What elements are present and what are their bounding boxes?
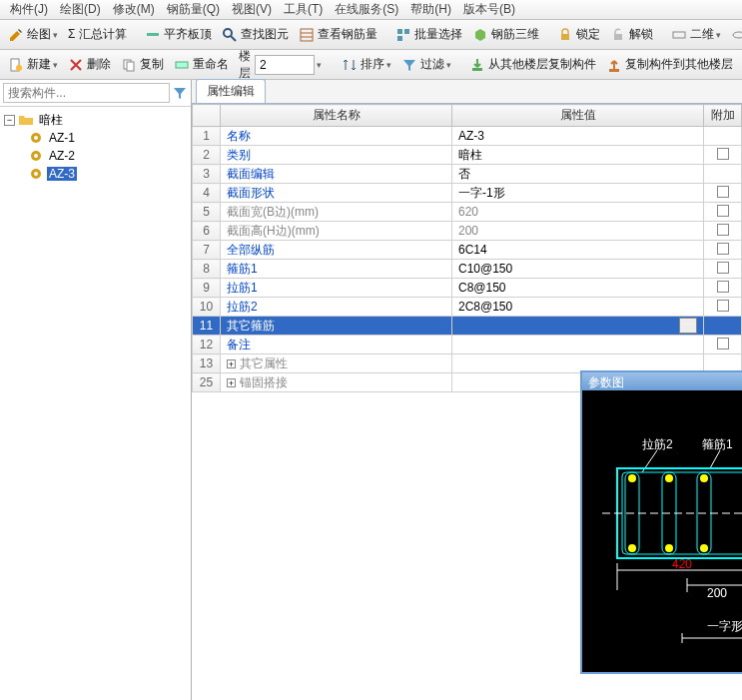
property-name-cell[interactable]: +锚固搭接 xyxy=(221,373,452,392)
unlock-button[interactable]: 解锁 xyxy=(606,24,657,45)
property-name-cell[interactable]: 箍筋1 xyxy=(221,260,452,279)
property-name-cell[interactable]: 名称 xyxy=(221,127,452,146)
property-value-cell[interactable]: ⋯ xyxy=(452,317,704,336)
property-value-cell[interactable]: 200 xyxy=(452,222,704,241)
table-row[interactable]: 7全部纵筋6C14 xyxy=(193,241,742,260)
property-name-cell[interactable]: 截面形状 xyxy=(221,184,452,203)
flat-top-button[interactable]: 平齐板顶 xyxy=(141,24,216,45)
property-name-cell[interactable]: 截面高(H边)(mm) xyxy=(221,222,452,241)
col-header-name[interactable]: 属性名称 xyxy=(221,105,452,127)
checkbox[interactable] xyxy=(717,224,729,236)
additional-checkbox-cell[interactable] xyxy=(704,184,742,203)
additional-checkbox-cell[interactable] xyxy=(704,279,742,298)
col-header-value[interactable]: 属性值 xyxy=(452,105,704,127)
property-name-cell[interactable]: 类别 xyxy=(221,146,452,165)
rename-button[interactable]: 重命名 xyxy=(170,54,233,75)
sum-button[interactable]: Σ 汇总计算 xyxy=(64,24,131,45)
additional-checkbox-cell[interactable] xyxy=(704,222,742,241)
additional-checkbox-cell[interactable] xyxy=(704,127,742,146)
property-name-cell[interactable]: 拉筋2 xyxy=(221,298,452,317)
filter-button[interactable]: 过滤▾ xyxy=(397,54,455,75)
menu-version[interactable]: 版本号(B) xyxy=(457,1,521,18)
property-name-cell[interactable]: 全部纵筋 xyxy=(221,241,452,260)
property-value-cell[interactable]: AZ-3 xyxy=(452,127,704,146)
checkbox[interactable] xyxy=(717,148,729,160)
property-name-cell[interactable]: 截面编辑 xyxy=(221,165,452,184)
menu-draw[interactable]: 绘图(D) xyxy=(54,1,107,18)
property-name-cell[interactable]: 备注 xyxy=(221,336,452,354)
table-row[interactable]: 12备注 xyxy=(193,336,742,354)
additional-checkbox-cell[interactable] xyxy=(704,146,742,165)
checkbox[interactable] xyxy=(717,300,729,312)
checkbox[interactable] xyxy=(717,262,729,274)
checkbox[interactable] xyxy=(717,338,729,350)
property-name-cell[interactable]: 其它箍筋 xyxy=(221,317,452,336)
table-row[interactable]: 9拉筋1C8@150 xyxy=(193,279,742,298)
menu-modify[interactable]: 修改(M) xyxy=(107,1,161,18)
collapse-icon[interactable]: − xyxy=(4,115,15,126)
property-value-cell[interactable]: 6C14 xyxy=(452,241,704,260)
floor-dropdown[interactable]: ▾ xyxy=(317,60,322,70)
table-row[interactable]: 5截面宽(B边)(mm)620 xyxy=(193,203,742,222)
tab-property-edit[interactable]: 属性编辑 xyxy=(196,79,266,103)
checkbox[interactable] xyxy=(717,281,729,293)
batch-select-button[interactable]: 批量选择 xyxy=(391,24,466,45)
table-row[interactable]: 1名称AZ-3 xyxy=(193,127,742,146)
expand-icon[interactable]: + xyxy=(227,378,236,387)
checkbox[interactable] xyxy=(717,243,729,255)
ellipsis-button[interactable]: ⋯ xyxy=(679,318,697,334)
menu-help[interactable]: 帮助(H) xyxy=(404,1,457,18)
checkbox[interactable] xyxy=(717,205,729,217)
property-value-cell[interactable]: 否 xyxy=(452,165,704,184)
property-value-cell[interactable]: 620 xyxy=(452,203,704,222)
find-element-button[interactable]: 查找图元 xyxy=(218,24,293,45)
table-row[interactable]: 3截面编辑否 xyxy=(193,165,742,184)
floor-input[interactable] xyxy=(255,55,315,75)
table-row[interactable]: 11其它箍筋⋯ xyxy=(193,317,742,336)
menu-component[interactable]: 构件(J) xyxy=(4,1,54,18)
additional-checkbox-cell[interactable] xyxy=(704,260,742,279)
view-rebar-button[interactable]: 查看钢筋量 xyxy=(295,24,381,45)
copy-to-floor-button[interactable]: 复制构件到其他楼层 xyxy=(602,54,737,75)
steel-3d-button[interactable]: 钢筋三维 xyxy=(468,24,543,45)
table-row[interactable]: 4截面形状一字-1形 xyxy=(193,184,742,203)
search-input[interactable] xyxy=(3,83,170,103)
additional-checkbox-cell[interactable] xyxy=(704,165,742,184)
sort-button[interactable]: 排序▾ xyxy=(338,54,395,75)
additional-checkbox-cell[interactable] xyxy=(704,336,742,354)
tree-item-az1[interactable]: AZ-1 xyxy=(0,129,191,147)
col-header-add[interactable]: 附加 xyxy=(704,105,742,127)
menu-rebar[interactable]: 钢筋量(Q) xyxy=(161,1,226,18)
table-row[interactable]: 2类别暗柱 xyxy=(193,146,742,165)
property-value-cell[interactable]: 暗柱 xyxy=(452,146,704,165)
menu-online[interactable]: 在线服务(S) xyxy=(329,1,404,18)
menu-view[interactable]: 视图(V) xyxy=(226,1,278,18)
filter-icon[interactable] xyxy=(172,85,188,101)
table-row[interactable]: 8箍筋1C10@150 xyxy=(193,260,742,279)
checkbox[interactable] xyxy=(717,186,729,198)
property-value-cell[interactable] xyxy=(452,336,704,354)
property-value-cell[interactable]: C10@150 xyxy=(452,260,704,279)
additional-checkbox-cell[interactable] xyxy=(704,317,742,336)
property-name-cell[interactable]: 截面宽(B边)(mm) xyxy=(221,203,452,222)
tree-item-az3[interactable]: AZ-3 xyxy=(0,165,191,183)
lock-button[interactable]: 锁定 xyxy=(553,24,604,45)
new-button[interactable]: 新建▾ xyxy=(4,54,62,75)
two-d-button[interactable]: 二维▾ xyxy=(667,24,725,45)
additional-checkbox-cell[interactable] xyxy=(704,298,742,317)
property-value-cell[interactable]: C8@150 xyxy=(452,279,704,298)
tree-root-anzhu[interactable]: − 暗柱 xyxy=(0,111,191,129)
menu-tools[interactable]: 工具(T) xyxy=(278,1,329,18)
copy-button[interactable]: 复制 xyxy=(117,54,168,75)
property-value-cell[interactable]: 2C8@150 xyxy=(452,298,704,317)
property-value-cell[interactable]: 一字-1形 xyxy=(452,184,704,203)
draw-button[interactable]: 绘图▾ xyxy=(4,24,62,45)
expand-icon[interactable]: + xyxy=(227,359,236,368)
additional-checkbox-cell[interactable] xyxy=(704,241,742,260)
delete-button[interactable]: 删除 xyxy=(64,54,115,75)
table-row[interactable]: 6截面高(H边)(mm)200 xyxy=(193,222,742,241)
property-name-cell[interactable]: +其它属性 xyxy=(221,354,452,373)
tree-item-az2[interactable]: AZ-2 xyxy=(0,147,191,165)
property-name-cell[interactable]: 拉筋1 xyxy=(221,279,452,298)
additional-checkbox-cell[interactable] xyxy=(704,203,742,222)
